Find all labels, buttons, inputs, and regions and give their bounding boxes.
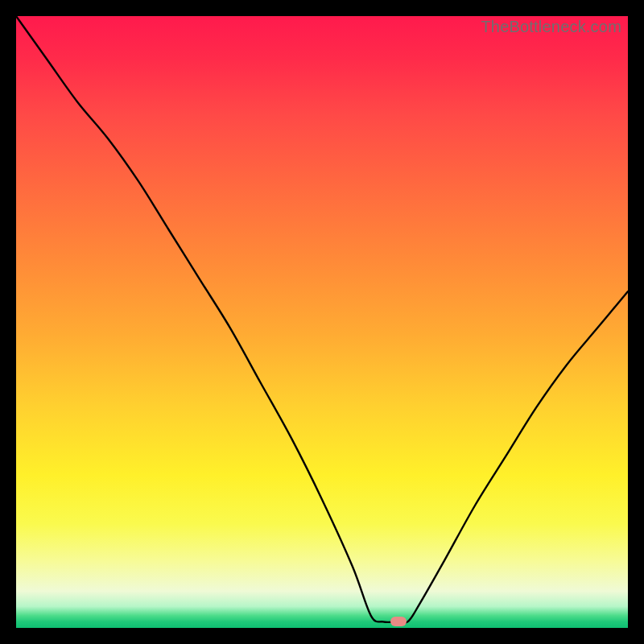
bottleneck-curve <box>16 16 628 628</box>
optimal-marker <box>390 617 407 626</box>
curve-path <box>16 16 628 623</box>
chart-frame: TheBottleneck.com <box>0 0 644 644</box>
plot-area: TheBottleneck.com <box>16 16 628 628</box>
